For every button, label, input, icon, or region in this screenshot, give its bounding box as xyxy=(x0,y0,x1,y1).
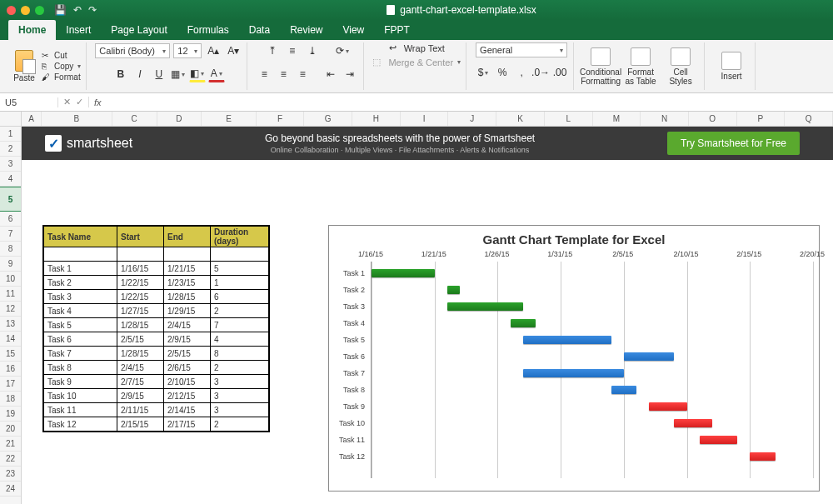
fill-color-button[interactable]: ◧▾ xyxy=(189,66,206,82)
cell-styles-button[interactable]: Cell Styles xyxy=(662,47,699,86)
row-header-2[interactable]: 2 xyxy=(0,142,21,157)
bold-button[interactable]: B xyxy=(112,66,129,82)
increase-indent-button[interactable]: ⇥ xyxy=(342,66,358,82)
font-size-combo[interactable]: 12▾ xyxy=(173,43,202,58)
underline-button[interactable]: U xyxy=(151,66,167,82)
row-header-16[interactable]: 16 xyxy=(0,362,21,377)
format-as-table-button[interactable]: Format as Table xyxy=(622,47,659,86)
align-right-button[interactable]: ≡ xyxy=(294,66,311,82)
table-row[interactable]: Task 92/7/152/10/153 xyxy=(44,375,269,389)
row-header-13[interactable]: 13 xyxy=(0,317,21,332)
row-header-14[interactable]: 14 xyxy=(0,332,21,347)
copy-button[interactable]: ⎘Copy▾ xyxy=(42,62,81,71)
align-left-button[interactable]: ≡ xyxy=(256,66,272,82)
name-box[interactable]: U5 xyxy=(0,97,58,107)
grid-body[interactable]: ✓ smartsheet Go beyond basic spreadsheet… xyxy=(22,127,833,504)
decrease-decimal-button[interactable]: .00 xyxy=(551,64,568,81)
italic-button[interactable]: I xyxy=(132,66,148,82)
row-header-5[interactable]: 5 xyxy=(0,187,21,212)
format-painter-button[interactable]: 🖌Format xyxy=(42,72,81,82)
col-header-L[interactable]: L xyxy=(545,112,593,126)
font-color-button[interactable]: A▾ xyxy=(208,66,225,82)
row-header-10[interactable]: 10 xyxy=(0,272,21,287)
row-header-17[interactable]: 17 xyxy=(0,377,21,392)
enter-formula-icon[interactable]: ✓ xyxy=(76,97,83,107)
save-icon[interactable]: 💾 xyxy=(54,4,67,16)
decrease-indent-button[interactable]: ⇤ xyxy=(322,66,339,82)
try-smartsheet-button[interactable]: Try Smartsheet for Free xyxy=(667,132,800,155)
tab-formulas[interactable]: Formulas xyxy=(177,20,239,40)
currency-button[interactable]: $▾ xyxy=(475,64,491,81)
table-row[interactable]: Task 41/27/151/29/152 xyxy=(44,304,269,318)
col-header-F[interactable]: F xyxy=(257,112,305,126)
row-header-1[interactable]: 1 xyxy=(0,127,21,142)
cancel-formula-icon[interactable]: ✕ xyxy=(63,97,71,107)
align-bottom-button[interactable]: ⤓ xyxy=(304,42,321,59)
tab-fppt[interactable]: FPPT xyxy=(374,20,420,40)
paste-button[interactable]: Paste xyxy=(10,50,38,82)
col-header-M[interactable]: M xyxy=(593,112,641,126)
table-row[interactable]: Task 31/22/151/28/156 xyxy=(44,290,269,304)
tab-home[interactable]: Home xyxy=(8,20,56,40)
border-button[interactable]: ▦▾ xyxy=(170,66,187,82)
col-header-I[interactable]: I xyxy=(401,112,449,126)
tab-review[interactable]: Review xyxy=(280,20,332,40)
table-row[interactable]: Task 82/4/152/6/152 xyxy=(44,361,269,375)
redo-icon[interactable]: ↷ xyxy=(88,4,97,16)
undo-icon[interactable]: ↶ xyxy=(73,4,82,16)
col-header-O[interactable]: O xyxy=(689,112,737,126)
zoom-icon[interactable] xyxy=(35,6,44,15)
conditional-formatting-button[interactable]: Conditional Formatting xyxy=(582,47,619,86)
row-header-7[interactable]: 7 xyxy=(0,227,21,242)
table-row[interactable]: Task 102/9/152/12/153 xyxy=(44,389,269,403)
number-format-combo[interactable]: General▾ xyxy=(476,42,567,57)
col-header-C[interactable]: C xyxy=(112,112,157,126)
row-header-20[interactable]: 20 xyxy=(0,422,21,437)
col-header-H[interactable]: H xyxy=(352,112,401,126)
col-header-J[interactable]: J xyxy=(448,112,496,126)
col-header-E[interactable]: E xyxy=(202,112,256,126)
align-middle-button[interactable]: ≡ xyxy=(284,42,301,59)
row-header-22[interactable]: 22 xyxy=(0,452,21,467)
col-header-B[interactable]: B xyxy=(42,112,112,126)
minimize-icon[interactable] xyxy=(21,6,30,15)
row-header-18[interactable]: 18 xyxy=(0,392,21,407)
table-row[interactable]: Task 21/22/151/23/151 xyxy=(44,276,269,290)
table-row[interactable]: Task 11/16/151/21/155 xyxy=(44,262,269,276)
col-header-A[interactable]: A xyxy=(22,112,42,126)
col-header-N[interactable]: N xyxy=(641,112,689,126)
col-header-Q[interactable]: Q xyxy=(785,112,833,126)
row-header-9[interactable]: 9 xyxy=(0,257,21,272)
decrease-font-button[interactable]: A▾ xyxy=(225,42,242,59)
row-header-23[interactable]: 23 xyxy=(0,467,21,482)
table-row[interactable]: Task 122/15/152/17/152 xyxy=(44,417,269,432)
table-row[interactable]: Task 71/28/152/5/158 xyxy=(44,347,269,361)
row-header-21[interactable]: 21 xyxy=(0,437,21,452)
increase-decimal-button[interactable]: .0→ xyxy=(532,64,549,81)
wrap-text-button[interactable]: ↩ Wrap Text xyxy=(389,42,445,53)
col-header-K[interactable]: K xyxy=(496,112,545,126)
comma-button[interactable]: , xyxy=(513,64,530,81)
row-header-11[interactable]: 11 xyxy=(0,287,21,302)
table-row[interactable]: Task 112/11/152/14/153 xyxy=(44,403,269,417)
cut-button[interactable]: ✂Cut xyxy=(42,51,81,60)
align-center-button[interactable]: ≡ xyxy=(275,66,292,82)
tab-insert[interactable]: Insert xyxy=(56,20,101,40)
merge-center-button[interactable]: ⬚ Merge & Center▾ xyxy=(372,57,461,67)
select-all-corner[interactable] xyxy=(0,112,21,127)
close-icon[interactable] xyxy=(7,6,16,15)
font-name-combo[interactable]: Calibri (Body)▾ xyxy=(95,43,170,58)
insert-cells-button[interactable]: Insert xyxy=(713,52,750,81)
percent-button[interactable]: % xyxy=(494,64,511,81)
col-header-G[interactable]: G xyxy=(304,112,352,126)
row-header-19[interactable]: 19 xyxy=(0,407,21,422)
tab-page-layout[interactable]: Page Layout xyxy=(101,20,177,40)
tab-view[interactable]: View xyxy=(332,20,374,40)
align-top-button[interactable]: ⤒ xyxy=(264,42,281,59)
col-header-D[interactable]: D xyxy=(157,112,202,126)
row-header-3[interactable]: 3 xyxy=(0,157,21,172)
row-header-24[interactable]: 24 xyxy=(0,482,21,497)
table-row[interactable]: Task 62/5/152/9/154 xyxy=(44,332,269,347)
orientation-button[interactable]: ⟳▾ xyxy=(334,42,351,59)
col-header-P[interactable]: P xyxy=(737,112,786,126)
